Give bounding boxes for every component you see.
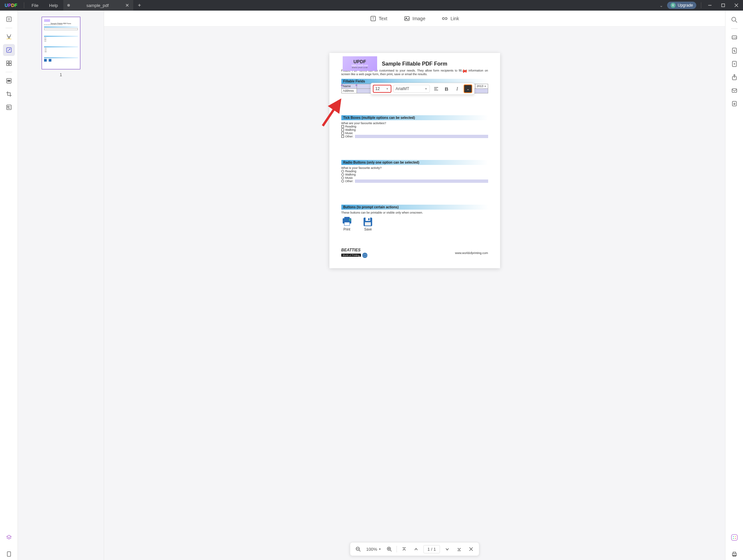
email-button[interactable] xyxy=(729,85,740,96)
save-button[interactable]: Save xyxy=(362,217,374,231)
svg-line-40 xyxy=(359,550,360,551)
document-canvas: T Text Image Link UPDF https://updf.com … xyxy=(104,11,725,560)
page-view-tool[interactable] xyxy=(3,548,15,560)
align-button[interactable] xyxy=(432,85,440,93)
document-tab[interactable]: sample_pdf ✕ xyxy=(63,0,133,11)
window-close-button[interactable] xyxy=(730,0,743,11)
svg-rect-1 xyxy=(722,4,725,7)
form-tool[interactable] xyxy=(3,101,15,113)
redact-tool[interactable] xyxy=(3,75,15,87)
ai-button[interactable] xyxy=(729,531,740,544)
next-page-button[interactable] xyxy=(443,545,452,554)
share-button[interactable] xyxy=(729,71,740,83)
svg-point-63 xyxy=(735,538,736,539)
checkbox-walking[interactable]: Walking xyxy=(341,128,488,132)
organize-tool[interactable] xyxy=(3,57,15,69)
last-page-button[interactable] xyxy=(455,545,464,554)
svg-text:T: T xyxy=(372,17,374,20)
text-color-button[interactable]: ⌄ xyxy=(464,85,472,93)
svg-rect-19 xyxy=(7,552,11,556)
svg-text:OCR: OCR xyxy=(732,37,737,39)
svg-rect-16 xyxy=(8,106,9,107)
radio-music[interactable]: Music xyxy=(341,176,488,180)
prev-page-button[interactable] xyxy=(411,545,421,554)
section-tick-boxes: Tick Boxes (multiple options can be sele… xyxy=(341,115,488,120)
thumbnail-page-number: 1 xyxy=(60,72,62,77)
footer-brand: BEATTIES World of Printing xyxy=(341,248,368,258)
svg-point-50 xyxy=(732,17,736,21)
export-button[interactable] xyxy=(729,98,740,109)
zoom-in-button[interactable] xyxy=(385,545,394,554)
tab-close-icon[interactable]: ✕ xyxy=(125,3,129,8)
menu-file[interactable]: File xyxy=(26,0,44,11)
svg-rect-10 xyxy=(9,61,11,63)
upgrade-button[interactable]: R Upgrade xyxy=(667,2,696,9)
tabs-dropdown-icon[interactable]: ⌄ xyxy=(656,3,667,8)
first-page-button[interactable] xyxy=(400,545,409,554)
print-button-rail[interactable] xyxy=(729,548,740,560)
upgrade-label: Upgrade xyxy=(678,3,693,8)
window-maximize-button[interactable] xyxy=(716,0,730,11)
checkbox-other[interactable]: Other: xyxy=(341,135,488,138)
window-minimize-button[interactable] xyxy=(703,0,716,11)
svg-rect-59 xyxy=(731,534,737,541)
add-image-button[interactable]: Image xyxy=(404,15,426,21)
reader-tool[interactable] xyxy=(3,13,15,25)
zoom-out-button[interactable] xyxy=(354,545,363,554)
section-buttons: Buttons (to prompt certain actions) xyxy=(341,205,488,209)
date-year-select[interactable]: 2013▼ xyxy=(475,84,488,88)
svg-rect-15 xyxy=(7,105,11,109)
radio-question: What is your favourite activity? xyxy=(341,166,488,170)
pdf-page[interactable]: UPDF https://updf.com WWW.UPDF.COM 📌 Sam… xyxy=(330,53,500,268)
bold-button[interactable]: B xyxy=(442,85,451,93)
radio-reading[interactable]: Reading xyxy=(341,170,488,173)
tab-title: sample_pdf xyxy=(87,3,109,8)
page-thumbnail[interactable]: Sample Fillable PDF Form text text text … xyxy=(41,16,81,69)
page-number-input[interactable]: 1 / 1 xyxy=(424,545,440,553)
zoom-level-select[interactable]: 100%▼ xyxy=(365,547,382,552)
svg-point-32 xyxy=(362,253,367,258)
doc-logo: UPDF https://updf.com WWW.UPDF.COM xyxy=(343,56,377,71)
comment-tool[interactable] xyxy=(3,31,15,43)
protect-button[interactable] xyxy=(729,45,740,57)
right-toolbar: OCR xyxy=(725,11,743,560)
avatar: R xyxy=(670,3,676,8)
tick-question: What are your favourite activities? xyxy=(341,122,488,125)
svg-rect-65 xyxy=(733,552,736,553)
font-size-select[interactable]: 12▼ xyxy=(373,85,391,93)
new-tab-button[interactable]: + xyxy=(133,2,145,8)
svg-line-43 xyxy=(390,550,392,551)
add-text-button[interactable]: T Text xyxy=(370,15,387,21)
add-link-button[interactable]: Link xyxy=(442,15,459,21)
ocr-button[interactable]: OCR xyxy=(729,32,740,43)
svg-point-62 xyxy=(733,538,734,539)
svg-rect-11 xyxy=(7,63,9,65)
svg-rect-26 xyxy=(344,222,350,226)
compress-button[interactable] xyxy=(729,58,740,70)
svg-point-60 xyxy=(733,536,734,537)
italic-button[interactable]: I xyxy=(453,85,462,93)
radio-other[interactable]: Other: xyxy=(341,180,488,183)
svg-rect-31 xyxy=(365,222,371,226)
svg-rect-14 xyxy=(8,80,10,82)
section-radio-buttons: Radio Buttons (only one option can be se… xyxy=(341,160,488,165)
print-button[interactable]: Print xyxy=(341,217,353,231)
checkbox-music[interactable]: Music xyxy=(341,132,488,135)
left-toolbar xyxy=(0,11,18,560)
search-button[interactable] xyxy=(729,14,740,26)
footer-url: www.worldofprinting.com xyxy=(455,251,488,255)
close-nav-button[interactable] xyxy=(467,545,476,554)
titlebar: UPDF File Help sample_pdf ✕ + ⌄ R Upgrad… xyxy=(0,0,743,11)
edit-tool[interactable] xyxy=(3,44,15,56)
text-format-toolbar: 12▼ ArialMT▼ B I ⌄ xyxy=(370,83,475,95)
checkbox-reading[interactable]: Reading xyxy=(341,125,488,128)
menu-help[interactable]: Help xyxy=(44,0,63,11)
svg-rect-9 xyxy=(7,61,9,63)
radio-walking[interactable]: Walking xyxy=(341,173,488,176)
annotation-arrow xyxy=(319,94,346,128)
svg-rect-4 xyxy=(7,17,11,21)
font-family-select[interactable]: ArialMT▼ xyxy=(393,85,430,93)
tab-modified-indicator xyxy=(67,4,70,7)
layers-tool[interactable] xyxy=(3,531,15,544)
crop-tool[interactable] xyxy=(3,88,15,100)
